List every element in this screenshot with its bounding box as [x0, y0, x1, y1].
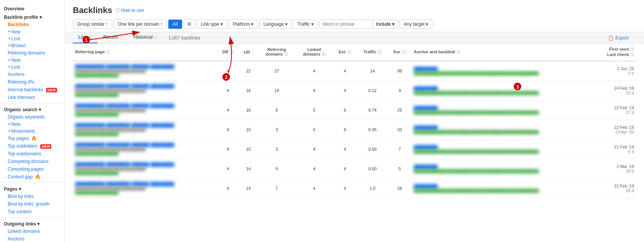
cell-referring-page: ██████████ ████████ ██████ ████████ ████… — [73, 140, 217, 159]
sidebar-backlink-profile[interactable]: Backlink profile ▾ — [0, 12, 65, 21]
all-button[interactable]: All — [168, 20, 182, 29]
sidebar-item-competing-pages[interactable]: Competing pages — [0, 165, 65, 173]
group-similar-button[interactable]: Group similar ↑ — [73, 20, 112, 29]
any-target-button[interactable]: Any target — [399, 20, 432, 29]
first-seen: 2 Jun '19 — [595, 66, 634, 71]
anchor-link[interactable]: ████████ — [414, 165, 590, 169]
page-url: ██████████████████████████ — [75, 147, 182, 151]
cell-traffic: 0.00 — [357, 140, 388, 159]
backlink-url: ████████████████████████████████████████… — [414, 71, 544, 76]
backlinks-table: Referring page ⓘ DR ⓘ UR ↓ Referringdoma… — [73, 44, 636, 198]
include-button[interactable]: Include — [373, 20, 398, 29]
anchor-link[interactable]: ████████ — [414, 145, 590, 150]
header: Backlinks How to use Group similar ↑ One… — [65, 0, 644, 32]
anchor-link[interactable]: ████████ — [414, 184, 590, 189]
cell-traffic: 0.74 — [357, 100, 388, 120]
cell-anchor-backlink: ████████ ███████████████████████████████… — [411, 159, 593, 179]
page-title-link[interactable]: ██████████ ████████ ██████ ████████ — [75, 162, 182, 167]
sidebar-item-top-subdomains[interactable]: Top subdomains — [0, 150, 65, 158]
page-title-link[interactable]: ██████████ ████████ ██████ ████████ — [75, 84, 182, 89]
sidebar-item-anchors[interactable]: Anchors — [0, 71, 65, 78]
sidebar-item-best-by-links-growth[interactable]: Best by links' growth — [0, 200, 65, 208]
sidebar-item-backlinks[interactable]: Backlinks — [0, 21, 65, 28]
divider-3 — [0, 217, 65, 217]
first-seen: 22 Feb '19 — [595, 125, 634, 130]
one-link-per-domain-button[interactable]: One link per domain ↑ — [114, 20, 167, 29]
cell-ref-domains: 14 — [258, 81, 296, 100]
sidebar-item-backlinks-broken[interactable]: Broken — [0, 42, 65, 49]
platform-button[interactable]: Platform — [228, 20, 258, 29]
sidebar-item-organic-new[interactable]: New — [0, 121, 65, 128]
cell-ref-domains: 9 — [258, 159, 296, 179]
sidebar-item-competing-domains[interactable]: Competing domains — [0, 158, 65, 165]
settings-gear-button[interactable]: ⚙ — [184, 19, 195, 29]
sidebar-item-referring-new[interactable]: New — [0, 57, 65, 64]
sidebar-item-anchors-out[interactable]: Anchors — [0, 235, 65, 242]
sidebar-organic-search[interactable]: Organic search ▾ — [0, 105, 65, 113]
sidebar-item-backlinks-lost[interactable]: Lost — [0, 35, 65, 42]
cell-kw: 98 — [388, 61, 411, 81]
anchor-link[interactable]: ████████ — [414, 106, 590, 110]
last-check: 13 Apr '20 — [595, 130, 634, 134]
header-title-row: Backlinks How to use — [73, 5, 636, 15]
cell-referring-page: ██████████ ████████ ██████ ████████ ████… — [73, 179, 217, 198]
sidebar-item-referring-ips[interactable]: Referring IPs — [0, 78, 65, 86]
page-url-2: ████████████████ — [75, 132, 182, 136]
cell-ref-domains: 7 — [258, 179, 296, 198]
sidebar-item-link-intersect[interactable]: Link intersect — [0, 94, 65, 101]
sidebar-pages[interactable]: Pages ▾ — [0, 184, 65, 193]
sidebar-item-top-subfolders[interactable]: Top subfolders NEW — [0, 142, 65, 150]
page-url: ██████████████████████████ — [75, 186, 182, 191]
sidebar-overview[interactable]: Overview — [0, 4, 65, 12]
table-body: ██████████ ████████ ██████ ████████ ████… — [73, 61, 636, 198]
page-title-link[interactable]: ██████████ ████████ ██████ ████████ — [75, 64, 182, 69]
cell-ur: 14 — [239, 159, 258, 179]
page-title-link[interactable]: ██████████ ████████ ██████ ████████ — [75, 182, 182, 186]
tab-live[interactable]: Live ⓘ — [73, 32, 98, 43]
sidebar-item-linked-domains[interactable]: Linked domains — [0, 227, 65, 235]
page-title-link[interactable]: ██████████ ████████ ██████ ████████ — [75, 104, 182, 108]
tab-recent[interactable]: Recent ⓘ — [98, 32, 128, 43]
sidebar-item-internal-backlinks[interactable]: Internal backlinks NEW — [0, 86, 65, 94]
cell-traffic: 0.12 — [357, 81, 388, 100]
cell-dates: 21 Feb '19 6 d — [593, 140, 636, 159]
table-row: ██████████ ████████ ██████ ████████ ████… — [73, 140, 636, 159]
sidebar-item-referring-lost[interactable]: Lost — [0, 64, 65, 71]
traffic-button[interactable]: Traffic — [293, 20, 318, 29]
how-to-use-link[interactable]: How to use — [115, 7, 144, 14]
sidebar-item-referring-domains[interactable]: Referring domains — [0, 49, 65, 57]
cell-kw: 5 — [388, 159, 411, 179]
word-phrase-input[interactable] — [319, 20, 373, 29]
link-type-button[interactable]: Link type — [197, 20, 227, 29]
sidebar-outgoing-links[interactable]: Outgoing links ▾ — [0, 219, 65, 227]
page-title-link[interactable]: ██████████ ████████ ██████ ████████ — [75, 143, 182, 147]
page-title: Backlinks — [73, 5, 112, 15]
cell-linked-domains: 4 — [296, 140, 333, 159]
cell-ur: 15 — [239, 120, 258, 140]
sidebar-item-top-pages[interactable]: Top pages 🔥 — [0, 135, 65, 142]
anchor-link[interactable]: ████████ — [414, 86, 590, 91]
cell-dr: 4 — [217, 120, 239, 140]
table-row: ██████████ ████████ ██████ ████████ ████… — [73, 61, 636, 81]
table-row: ██████████ ████████ ██████ ████████ ████… — [73, 159, 636, 179]
tab-historical[interactable]: Historical ⓘ — [128, 32, 163, 43]
sidebar-item-backlinks-new[interactable]: New — [0, 28, 65, 35]
anchor-link[interactable]: ████████ — [414, 125, 590, 130]
first-seen: 2 Mar '19 — [595, 164, 634, 169]
new-badge: NEW — [46, 88, 57, 92]
page-title-link[interactable]: ██████████ ████████ ██████ ████████ — [75, 123, 182, 128]
cell-traffic: 0.35 — [357, 120, 388, 140]
cell-ext: 4 — [333, 159, 357, 179]
page-url-2: ████████████████ — [75, 191, 182, 195]
language-button[interactable]: Language — [259, 20, 292, 29]
historical-info-icon: ⓘ — [154, 35, 158, 40]
cell-dr: 4 — [217, 179, 239, 198]
sidebar-item-top-content[interactable]: Top content — [0, 208, 65, 216]
divider-2 — [0, 182, 65, 183]
sidebar-item-organic-movements[interactable]: Movements — [0, 128, 65, 135]
export-button[interactable]: 📋 Export — [608, 35, 629, 41]
sidebar-item-content-gap[interactable]: Content gap 🔥 — [0, 173, 65, 181]
sidebar-item-organic-keywords[interactable]: Organic keywords — [0, 113, 65, 121]
anchor-link[interactable]: ████████ — [414, 67, 590, 71]
sidebar-item-best-by-links[interactable]: Best by links — [0, 193, 65, 200]
